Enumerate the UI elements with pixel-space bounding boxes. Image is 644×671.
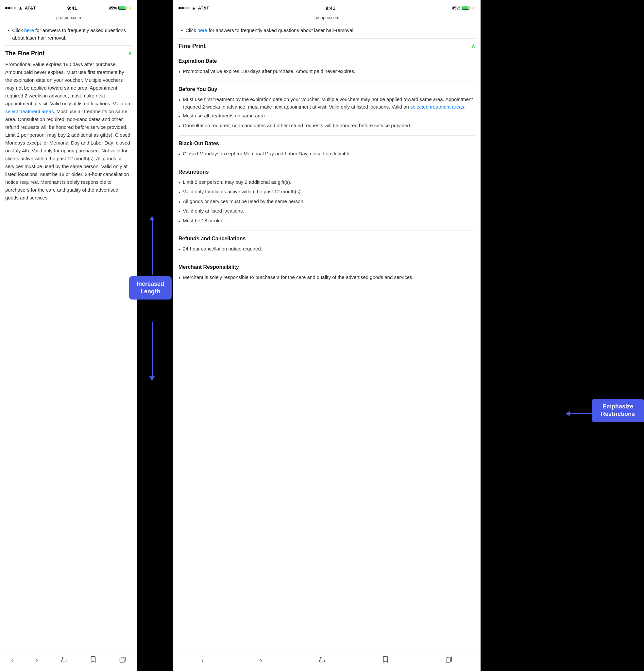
- right-section-header: Fine Print ∧: [179, 38, 475, 53]
- before-bullet-1: • Must use first treatment by the expira…: [179, 96, 475, 111]
- right-phone: ▲ AT&T 9:41 95% ⚡ groupon.com Click here…: [173, 0, 480, 671]
- restrictions-text-5: Must be 18 or older.: [183, 217, 226, 225]
- signal-dot-2: [8, 7, 11, 9]
- right-bookmarks-icon: [382, 656, 389, 665]
- restrictions-text-2: Valid only for clients active within the…: [183, 188, 302, 196]
- bullet-dot: •: [179, 123, 180, 130]
- section-refunds: Refunds and Cancellations • 24-hour canc…: [179, 231, 475, 259]
- emphasize-restrictions-label: Emphasize Restrictions: [601, 403, 635, 417]
- restrictions-bullet-2: • Valid only for clients active within t…: [179, 188, 475, 196]
- left-bottom-nav: ‹ ›: [0, 651, 137, 671]
- signal-dot-4: [14, 7, 16, 9]
- arrow-line-v-bottom: [152, 322, 153, 376]
- left-fine-print-section: The Fine Print ∧ Promotional value expir…: [5, 46, 132, 207]
- bullet-dot: •: [179, 274, 180, 282]
- battery-outer: [118, 6, 126, 10]
- left-tabs-button[interactable]: [116, 655, 129, 667]
- restrictions-text-1: Limit 2 per person, may buy 2 additional…: [183, 179, 291, 187]
- blackout-bullet-1: • Closed Mondays except for Memorial Day…: [179, 150, 475, 158]
- before-bullet-2: • Must use all treatments on same area: [179, 112, 475, 121]
- right-carrier-text: AT&T: [198, 5, 209, 11]
- signal-dot-3: [11, 7, 13, 9]
- right-tabs-icon: [445, 656, 452, 665]
- svg-rect-1: [446, 658, 450, 662]
- left-back-button[interactable]: ‹: [8, 655, 17, 666]
- right-domain: groupon.com: [314, 15, 339, 20]
- restrictions-bullet-4: • Valid only at listed locations.: [179, 207, 475, 215]
- left-time: 9:41: [67, 5, 77, 11]
- right-signal-dot-3: [184, 7, 186, 9]
- left-intro-text: Click here for answers to frequently ask…: [12, 27, 132, 41]
- right-battery-bar: [462, 6, 470, 10]
- left-status-bar: ▲ AT&T 9:41 95% ⚡: [0, 0, 137, 14]
- left-status-left: ▲ AT&T: [5, 5, 36, 11]
- right-signal-dot-4: [187, 7, 190, 9]
- right-forward-icon: ›: [260, 656, 262, 665]
- left-content: Click here for answers to frequently ask…: [0, 22, 137, 651]
- right-bookmarks-button[interactable]: [378, 655, 392, 667]
- right-intro-bullet: Click here for answers to frequently ask…: [179, 27, 475, 34]
- right-address-bar[interactable]: groupon.com: [173, 14, 480, 22]
- increased-length-label: Increased Length: [137, 281, 164, 295]
- restrictions-bullet-1: • Limit 2 per person, may buy 2 addition…: [179, 179, 475, 187]
- signal-dot-1: [5, 7, 8, 9]
- right-back-icon: ‹: [201, 656, 204, 665]
- left-intro-bullet: Click here for answers to frequently ask…: [5, 27, 132, 41]
- right-signal-dot-2: [181, 7, 184, 9]
- refunds-title: Refunds and Cancellations: [179, 235, 475, 243]
- left-share-icon: [60, 656, 67, 665]
- expiration-bullet-1: • Promotional value expires 180 days aft…: [179, 68, 475, 76]
- wifi-icon: ▲: [18, 5, 23, 11]
- arrow-head-down: [150, 376, 155, 381]
- expiration-text: Promotional value expires 180 days after…: [183, 68, 355, 76]
- merchant-title: Merchant Responsibility: [179, 263, 475, 271]
- increased-length-arrow: [149, 216, 155, 275]
- refunds-bullet-1: • 24-hour cancellation notice required.: [179, 245, 475, 253]
- right-battery-percent: 95%: [452, 5, 460, 11]
- right-signal-dot-1: [179, 7, 181, 9]
- blackout-title: Black-Out Dates: [179, 140, 475, 148]
- select-areas-link-left[interactable]: select treatment areas: [5, 109, 54, 114]
- bullet-dot: •: [179, 189, 180, 196]
- before-bullet-3: • Consultation required; non-candidates …: [179, 122, 475, 130]
- right-forward-button[interactable]: ›: [257, 655, 266, 666]
- right-tabs-button[interactable]: [442, 655, 456, 667]
- restrictions-text-4: Valid only at listed locations.: [183, 207, 244, 215]
- left-phone: ▲ AT&T 9:41 95% ⚡ groupon.com Click here…: [0, 0, 137, 671]
- left-address-bar[interactable]: groupon.com: [0, 14, 137, 22]
- restrictions-bullet-5: • Must be 18 or older.: [179, 217, 475, 225]
- right-bottom-nav: ‹ ›: [173, 651, 480, 671]
- right-signal-dots: [179, 7, 190, 9]
- merchant-bullet-1: • Merchant is solely responsible to purc…: [179, 274, 475, 282]
- left-bookmarks-icon: [90, 656, 97, 665]
- bullet-dot: •: [179, 179, 180, 187]
- left-share-button[interactable]: [57, 655, 70, 667]
- section-blackout: Black-Out Dates • Closed Mondays except …: [179, 136, 475, 164]
- battery-bar: [118, 6, 127, 10]
- left-forward-button[interactable]: ›: [33, 655, 41, 666]
- left-chevron-up-icon[interactable]: ∧: [128, 49, 132, 58]
- right-battery-outer: [462, 6, 469, 10]
- right-share-button[interactable]: [315, 655, 329, 667]
- left-bookmarks-button[interactable]: [86, 655, 100, 667]
- battery-percent: 95%: [108, 5, 117, 11]
- here-link-left[interactable]: here: [24, 27, 34, 33]
- battery-fill: [119, 6, 125, 10]
- bullet-dot: •: [179, 68, 180, 76]
- here-link-right[interactable]: here: [197, 27, 207, 33]
- bullet-dot: •: [179, 208, 180, 215]
- selected-areas-link-right[interactable]: selected treatment areas: [410, 104, 464, 110]
- arrow-line-h: [570, 413, 592, 414]
- left-section-title: The Fine Print: [5, 49, 44, 58]
- fine-print-organized: Expiration Date • Promotional value expi…: [179, 53, 475, 288]
- expiration-title: Expiration Date: [179, 57, 475, 65]
- left-forward-icon: ›: [36, 656, 38, 665]
- emphasize-restrictions-arrow: [566, 410, 592, 417]
- before-text-3: Consultation required; non-candidates an…: [183, 122, 411, 130]
- right-back-button[interactable]: ‹: [198, 655, 207, 666]
- right-chevron-up-icon[interactable]: ∧: [471, 42, 475, 51]
- emphasize-restrictions-annotation: Emphasize Restrictions: [592, 399, 644, 422]
- merchant-text: Merchant is solely responsible to purcha…: [183, 274, 413, 282]
- carrier-text: AT&T: [25, 5, 36, 11]
- restrictions-title: Restrictions: [179, 168, 475, 176]
